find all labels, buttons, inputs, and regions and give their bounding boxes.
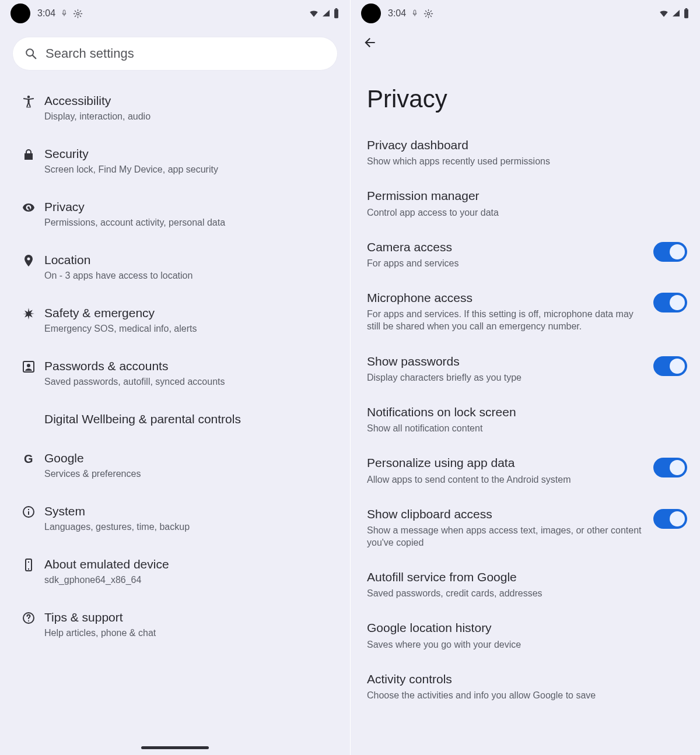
settings-item-sub: Help articles, phone & chat: [44, 627, 337, 640]
toggle-knob: [670, 244, 685, 259]
settings-item-title: Tips & support: [44, 610, 337, 625]
preference-title: Permission manager: [367, 188, 679, 203]
toggle-switch[interactable]: [653, 293, 687, 312]
search-placeholder: Search settings: [46, 46, 134, 61]
settings-item[interactable]: PrivacyPermissions, account activity, pe…: [9, 188, 341, 241]
preference-item[interactable]: Camera accessFor apps and services: [367, 229, 687, 280]
settings-item[interactable]: Digital Wellbeing & parental controls: [9, 400, 341, 438]
preference-item[interactable]: Show clipboard accessShow a message when…: [367, 496, 687, 559]
toggle-knob: [670, 359, 685, 374]
search-settings[interactable]: Search settings: [13, 37, 337, 70]
preference-item[interactable]: Show passwordsDisplay characters briefly…: [367, 343, 687, 394]
battery-icon: [333, 8, 340, 19]
preference-sub: Show which apps recently used permission…: [367, 155, 679, 167]
settings-item-sub: sdk_gphone64_x86_64: [44, 574, 337, 587]
settings-item[interactable]: GoogleServices & preferences: [9, 439, 341, 492]
lock-icon: [13, 146, 44, 161]
settings-item-title: Google: [44, 451, 337, 466]
screen-settings-list: 3:04 Search settings AccessibilityDispla…: [0, 0, 350, 755]
preference-title: Notifications on lock screen: [367, 405, 679, 420]
location-icon: [13, 252, 44, 268]
settings-item[interactable]: SystemLanguages, gestures, time, backup: [9, 492, 341, 545]
preference-sub: Saves where you go with your device: [367, 638, 679, 651]
battery-icon: [683, 8, 690, 19]
settings-item-title: Location: [44, 252, 337, 268]
preference-sub: For apps and services. If this setting i…: [367, 308, 645, 332]
asterisk-icon: [13, 305, 44, 321]
gear-icon: [73, 9, 83, 19]
help-icon: [13, 610, 44, 625]
settings-item-sub: On - 3 apps have access to location: [44, 270, 337, 282]
preference-title: Autofill service from Google: [367, 570, 679, 585]
toggle-switch[interactable]: [653, 356, 687, 376]
toggle-switch[interactable]: [653, 458, 687, 477]
preference-item[interactable]: Microphone accessFor apps and services. …: [367, 280, 687, 343]
preference-title: Camera access: [367, 240, 645, 255]
avatar[interactable]: [361, 3, 381, 23]
accessibility-icon: [13, 93, 44, 108]
preference-title: Show clipboard access: [367, 507, 645, 522]
home-indicator[interactable]: [141, 746, 209, 749]
settings-item-title: Privacy: [44, 199, 337, 215]
toggle-switch[interactable]: [653, 242, 687, 262]
settings-item-sub: Services & preferences: [44, 468, 337, 480]
settings-item-sub: Permissions, account activity, personal …: [44, 217, 337, 229]
preference-title: Microphone access: [367, 290, 645, 305]
info-icon: [13, 504, 44, 519]
settings-list: AccessibilityDisplay, interaction, audio…: [0, 82, 350, 651]
preference-sub: Control app access to your data: [367, 206, 679, 219]
back-button[interactable]: [351, 27, 700, 52]
wifi-icon: [309, 8, 319, 19]
settings-item[interactable]: Safety & emergencyEmergency SOS, medical…: [9, 294, 341, 347]
settings-item-sub: Screen lock, Find My Device, app securit…: [44, 164, 337, 176]
settings-item[interactable]: About emulated devicesdk_gphone64_x86_64: [9, 545, 341, 598]
preference-item[interactable]: Activity controlsChoose the activities a…: [367, 661, 687, 712]
settings-item-title: About emulated device: [44, 557, 337, 572]
preference-item[interactable]: Permission managerControl app access to …: [367, 178, 687, 229]
preference-item[interactable]: Personalize using app dataAllow apps to …: [367, 445, 687, 496]
screen-privacy: 3:04 Privacy Privacy dashboardShow which…: [350, 0, 700, 755]
settings-item-sub: Languages, gestures, time, backup: [44, 521, 337, 533]
settings-item[interactable]: AccessibilityDisplay, interaction, audio: [9, 82, 341, 135]
preference-item[interactable]: Google location historySaves where you g…: [367, 610, 687, 661]
settings-item[interactable]: Tips & supportHelp articles, phone & cha…: [9, 598, 341, 651]
blank-icon: [13, 412, 44, 413]
settings-item[interactable]: SecurityScreen lock, Find My Device, app…: [9, 135, 341, 188]
settings-item[interactable]: Passwords & accountsSaved passwords, aut…: [9, 347, 341, 400]
mic-icon: [411, 9, 419, 17]
preference-item[interactable]: Autofill service from GoogleSaved passwo…: [367, 559, 687, 610]
google-icon: [13, 451, 44, 466]
preference-sub: Display characters briefly as you type: [367, 371, 645, 384]
settings-item-sub: Emergency SOS, medical info, alerts: [44, 323, 337, 335]
preference-item[interactable]: Privacy dashboardShow which apps recentl…: [367, 127, 687, 178]
preference-sub: Choose the activities and info you allow…: [367, 689, 679, 701]
preference-sub: Show all notification content: [367, 422, 679, 434]
settings-item-title: Digital Wellbeing & parental controls: [44, 412, 337, 427]
preference-item[interactable]: Notifications on lock screenShow all not…: [367, 394, 687, 445]
settings-item[interactable]: LocationOn - 3 apps have access to locat…: [9, 241, 341, 294]
toggle-knob: [670, 511, 685, 526]
settings-item-title: Passwords & accounts: [44, 359, 337, 374]
status-bar: 3:04: [0, 0, 350, 27]
toggle-knob: [670, 460, 685, 475]
toggle-knob: [670, 295, 685, 310]
avatar[interactable]: [10, 3, 30, 23]
signal-icon: [321, 9, 331, 18]
status-time: 3:04: [388, 8, 406, 19]
wifi-icon: [659, 8, 669, 19]
signal-icon: [671, 9, 681, 18]
preference-sub: Allow apps to send content to the Androi…: [367, 473, 645, 486]
privacy-preference-list: Privacy dashboardShow which apps recentl…: [351, 124, 700, 712]
page-title: Privacy: [351, 52, 700, 124]
settings-item-sub: Saved passwords, autofill, synced accoun…: [44, 376, 337, 388]
status-bar: 3:04: [351, 0, 700, 27]
preference-title: Google location history: [367, 620, 679, 635]
device-icon: [13, 557, 44, 572]
settings-item-sub: Display, interaction, audio: [44, 111, 337, 123]
search-icon: [24, 47, 37, 60]
preference-sub: Saved passwords, credit cards, addresses: [367, 587, 679, 599]
toggle-switch[interactable]: [653, 509, 687, 529]
gear-icon: [424, 9, 433, 19]
preference-title: Privacy dashboard: [367, 138, 679, 153]
settings-item-title: System: [44, 504, 337, 519]
